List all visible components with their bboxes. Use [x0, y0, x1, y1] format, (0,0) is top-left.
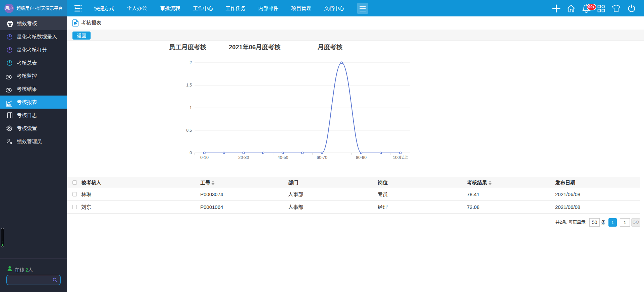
svg-text:1: 1 [190, 106, 192, 110]
svg-text:20-30: 20-30 [238, 155, 249, 160]
svg-text:0.5: 0.5 [186, 128, 192, 133]
svg-text:0-10: 0-10 [200, 155, 209, 160]
svg-text:1.5: 1.5 [186, 83, 192, 87]
svg-text:60-70: 60-70 [317, 155, 327, 160]
svg-text:40-50: 40-50 [278, 155, 288, 160]
svg-text:0: 0 [190, 151, 192, 155]
svg-text:100以上: 100以上 [393, 155, 408, 160]
svg-text:80-90: 80-90 [356, 155, 367, 160]
svg-text:2: 2 [190, 60, 192, 65]
